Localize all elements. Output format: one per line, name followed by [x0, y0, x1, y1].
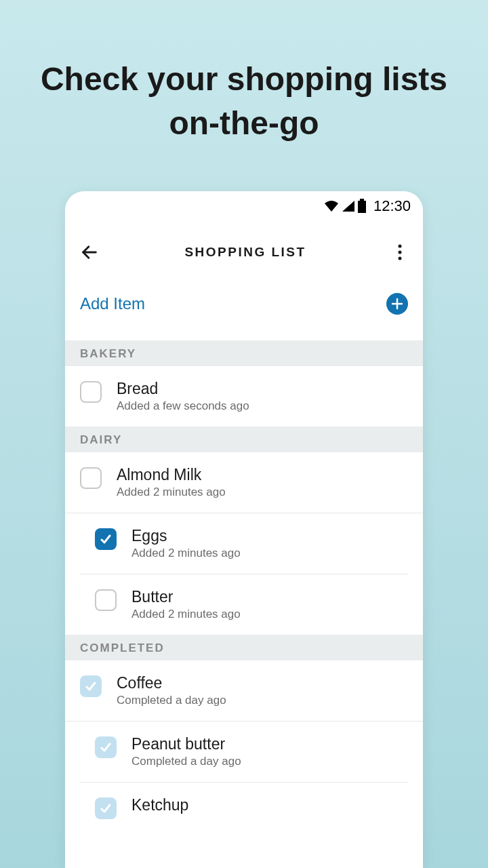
nav-bar: SHOPPING LIST [65, 221, 423, 283]
check-icon [84, 679, 98, 693]
cellular-icon [341, 199, 356, 213]
plus-icon [391, 298, 403, 310]
section-header-bakery: BAKERY [65, 340, 423, 366]
item-name: Butter [131, 588, 241, 606]
svg-rect-0 [358, 201, 366, 213]
item-meta: Added 2 minutes ago [131, 608, 241, 621]
svg-point-5 [399, 257, 402, 260]
checkbox-completed[interactable] [95, 797, 117, 819]
add-item-label: Add Item [80, 294, 145, 313]
list-item[interactable]: Coffee Completed a day ago [65, 660, 423, 722]
list-item[interactable]: Almond Milk Added 2 minutes ago [65, 452, 423, 513]
item-name: Almond Milk [117, 466, 226, 484]
wifi-icon [323, 199, 340, 213]
check-icon [99, 802, 113, 815]
add-item-row[interactable]: Add Item [65, 283, 423, 340]
checkbox-completed[interactable] [80, 675, 102, 697]
svg-point-4 [399, 251, 402, 254]
section-header-completed: COMPLETED [65, 635, 423, 660]
checkbox-checked[interactable] [95, 528, 117, 550]
promo-headline: Check your shopping lists on-the-go [0, 0, 488, 146]
section-header-dairy: DAIRY [65, 427, 423, 452]
checkbox-unchecked[interactable] [80, 467, 102, 489]
status-icons [323, 199, 367, 214]
checkbox-completed[interactable] [95, 736, 117, 758]
nav-title: SHOPPING LIST [184, 245, 306, 260]
list-item[interactable]: Eggs Added 2 minutes ago [80, 513, 408, 574]
item-meta: Completed a day ago [131, 755, 241, 768]
item-meta: Added 2 minutes ago [131, 547, 241, 560]
status-time: 12:30 [373, 197, 411, 215]
battery-icon [357, 199, 367, 214]
item-meta: Added 2 minutes ago [117, 486, 226, 499]
more-menu-button[interactable] [392, 244, 408, 260]
checkbox-unchecked[interactable] [95, 589, 117, 611]
checkbox-unchecked[interactable] [80, 381, 102, 403]
check-icon [99, 741, 113, 754]
item-meta: Added a few seconds ago [117, 399, 249, 413]
phone-frame: 12:30 SHOPPING LIST Add Item BAKERY Brea… [65, 191, 423, 868]
item-meta: Completed a day ago [117, 694, 226, 707]
status-bar: 12:30 [65, 191, 423, 221]
list-item[interactable]: Butter Added 2 minutes ago [80, 574, 408, 635]
svg-rect-1 [360, 199, 364, 201]
list-item[interactable]: Bread Added a few seconds ago [65, 366, 423, 427]
svg-point-3 [399, 245, 402, 248]
item-name: Ketchup [131, 796, 188, 814]
item-name: Peanut butter [131, 735, 241, 753]
back-button[interactable] [80, 243, 99, 262]
check-icon [99, 532, 113, 546]
item-name: Coffee [117, 674, 226, 692]
item-name: Bread [117, 380, 249, 398]
list-item[interactable]: Ketchup [80, 783, 408, 833]
add-item-button[interactable] [386, 293, 408, 315]
list-item[interactable]: Peanut butter Completed a day ago [80, 722, 408, 783]
item-name: Eggs [131, 527, 241, 545]
